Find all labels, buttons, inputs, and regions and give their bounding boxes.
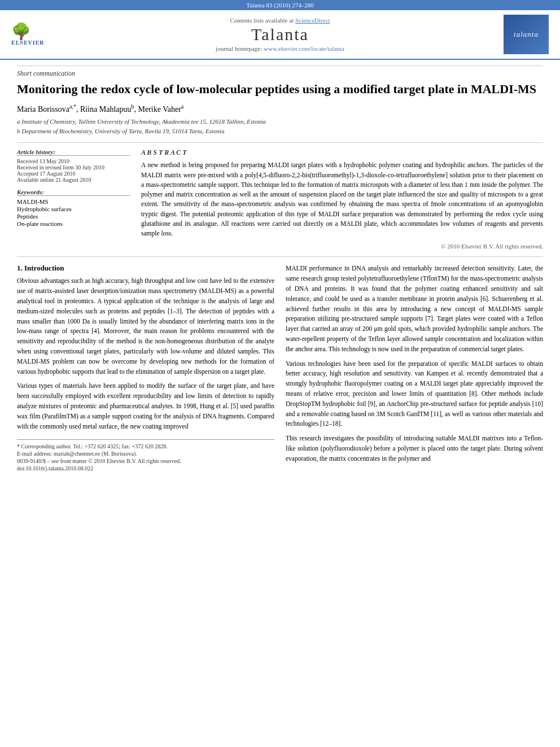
intro-heading: 1. Introduction — [17, 264, 274, 273]
article-page: Talanta 83 (2010) 274–280 🌳 ELSEVIER Con… — [0, 0, 560, 747]
keywords-heading: Keywords: — [17, 189, 130, 196]
keyword-2: Hydrophobic surfaces — [17, 206, 130, 212]
section-divider — [17, 256, 543, 257]
journal-homepage: journal homepage: www.elsevier.com/locat… — [56, 45, 504, 52]
author-riina: Riina Mahlapuu — [80, 104, 132, 113]
footnote-issn: 0039-9140/$ – see front matter © 2010 El… — [17, 458, 274, 464]
affiliations: a Institute of Chemistry, Tallinn Univer… — [17, 117, 543, 136]
available-date: Available online 21 August 2010 — [17, 177, 130, 183]
author-merike: Merike Vaher — [138, 104, 181, 113]
info-abstract-section: Article history: Received 13 May 2010 Re… — [17, 142, 543, 250]
journal-citation: Talanta 83 (2010) 274–280 — [246, 2, 313, 8]
keywords-section: Keywords: MALDI-MS Hydrophobic surfaces … — [17, 189, 130, 227]
body-left-column: 1. Introduction Obvious advantages such … — [17, 264, 274, 473]
journal-header: 🌳 ELSEVIER Contents lists available at S… — [0, 10, 560, 60]
elsevier-logo: 🌳 ELSEVIER — [11, 24, 56, 46]
keyword-1: MALDI-MS — [17, 198, 130, 205]
right-paragraph-2: Various technologies have been used for … — [286, 359, 543, 430]
talanta-logo-box: talanta — [504, 15, 549, 54]
accepted-date: Accepted 17 August 2010 — [17, 171, 130, 177]
affil-marker-a2: a — [181, 103, 183, 110]
journal-citation-bar: Talanta 83 (2010) 274–280 — [0, 0, 560, 10]
footnote-corresponding: * Corresponding author. Tel.: +372 620 4… — [17, 443, 274, 449]
intro-paragraph-2: Various types of materials have been app… — [17, 381, 274, 431]
journal-title: Talanta — [56, 25, 504, 44]
author-maria: Maria Borissova — [17, 104, 69, 113]
keyword-3: Peptides — [17, 213, 130, 220]
abstract-panel: A B S T R A C T A new method is being pr… — [141, 148, 543, 250]
keywords-list: MALDI-MS Hydrophobic surfaces Peptides O… — [17, 198, 130, 227]
body-columns: 1. Introduction Obvious advantages such … — [17, 264, 543, 473]
affil-marker-a1: a,* — [69, 103, 76, 110]
article-type: Short communication — [17, 65, 543, 78]
journal-header-center: Contents lists available at ScienceDirec… — [56, 17, 504, 52]
abstract-text: A new method is being proposed for prepa… — [141, 160, 543, 238]
affiliation-b: b Department of Biochemistry, University… — [17, 126, 543, 136]
right-paragraph-1: MALDI performance in DNA analysis and re… — [286, 264, 543, 354]
footnote-area: * Corresponding author. Tel.: +372 620 4… — [17, 439, 274, 471]
revised-date: Received in revised form 30 July 2010 — [17, 164, 130, 171]
keyword-4: On-plate reactions — [17, 220, 130, 227]
contents-label: Contents lists available at ScienceDirec… — [56, 17, 504, 24]
elsevier-name: ELSEVIER — [11, 40, 45, 46]
intro-paragraph-1: Obvious advantages such as high accuracy… — [17, 276, 274, 377]
affil-marker-b: b — [132, 103, 134, 110]
footnote-email: E-mail address: mariah@chemnet.ee (M. Bo… — [17, 451, 274, 457]
right-paragraph-3: This research investigates the possibili… — [286, 434, 543, 464]
affiliation-a: a Institute of Chemistry, Tallinn Univer… — [17, 117, 543, 126]
footnote-doi: doi:10.1016/j.talanta.2010.08.022 — [17, 465, 274, 471]
article-history-section: Article history: Received 13 May 2010 Re… — [17, 148, 130, 183]
article-info-heading: Article history: — [17, 148, 130, 156]
copyright-line: © 2010 Elsevier B.V. All rights reserved… — [141, 243, 543, 250]
authors-line: Maria Borissovaa,*, Riina Mahlapuub, Mer… — [17, 103, 543, 114]
abstract-heading: A B S T R A C T — [141, 148, 543, 157]
article-content: Short communication Monitoring the redox… — [0, 60, 560, 484]
article-info-panel: Article history: Received 13 May 2010 Re… — [17, 148, 130, 250]
sciencedirect-link[interactable]: ScienceDirect — [295, 17, 330, 24]
talanta-logo-text: talanta — [514, 30, 539, 39]
elsevier-tree-icon: 🌳 — [11, 24, 31, 40]
body-right-column: MALDI performance in DNA analysis and re… — [286, 264, 543, 473]
journal-url[interactable]: www.elsevier.com/locate/talanta — [264, 45, 344, 52]
received-date: Received 13 May 2010 — [17, 158, 130, 164]
article-title: Monitoring the redox cycle of low-molecu… — [17, 81, 543, 98]
